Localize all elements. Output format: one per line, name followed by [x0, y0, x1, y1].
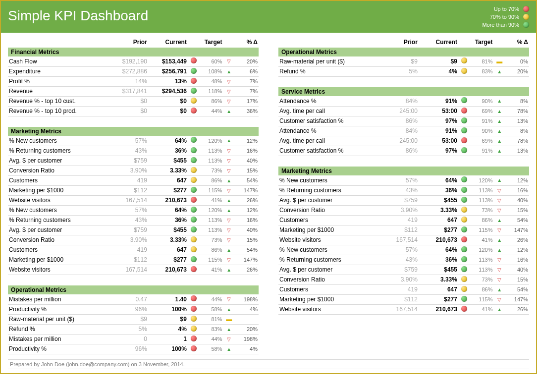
metric-current: 3.33%: [148, 235, 188, 245]
metric-status: [188, 185, 199, 195]
arrow-down-icon: ▽: [227, 148, 231, 154]
metric-delta: 40%: [235, 156, 259, 166]
metric-name: Marketing per $1000: [8, 255, 108, 265]
metric-direction: ▽: [223, 86, 234, 96]
metric-target: 91%: [470, 146, 493, 156]
arrow-down-icon: ▽: [227, 158, 231, 164]
metric-name: Avg. time per call: [278, 136, 379, 146]
status-dot-red-icon: [191, 345, 197, 351]
metric-status: [458, 284, 470, 294]
metric-target: 113%: [470, 255, 493, 265]
metric-direction: ▲: [493, 126, 505, 136]
status-dot-green-icon: [191, 217, 197, 223]
metric-direction: ▽: [493, 205, 505, 215]
metric-direction: ▲: [493, 215, 505, 225]
metric-current: 36%: [419, 185, 458, 195]
metric-target: 120%: [199, 136, 223, 146]
metric-target: 115%: [470, 225, 493, 235]
metric-target: 86%: [470, 284, 493, 294]
metric-name: Conversion Ratio: [278, 275, 379, 284]
metric-direction: ▽: [223, 334, 234, 344]
arrow-up-icon: ▲: [226, 208, 231, 213]
metric-prior: $272,886: [108, 66, 148, 76]
metric-status: [458, 255, 470, 265]
status-dot-green-icon: [461, 256, 467, 262]
metric-name: % New customers: [8, 205, 108, 215]
arrow-up-icon: ▲: [497, 138, 502, 144]
arrow-down-icon: ▽: [227, 89, 231, 94]
metric-name: % Returning customers: [8, 215, 108, 225]
metric-current: 1.40: [148, 294, 188, 304]
metric-delta: 36%: [235, 106, 259, 116]
metric-current: $277: [419, 294, 458, 304]
section-header: Operational Metrics: [8, 285, 259, 294]
metric-status: [458, 116, 470, 126]
metric-direction: ▽: [223, 215, 234, 225]
arrow-up-icon: ▲: [226, 267, 231, 273]
metric-delta: 78%: [505, 106, 529, 116]
metric-current: 3.33%: [419, 275, 458, 284]
metric-name: Website visitors: [8, 265, 108, 275]
metric-status: [188, 86, 199, 96]
status-dot-yellow-icon: [523, 14, 529, 20]
arrow-flat-icon: ▬: [226, 316, 232, 323]
status-dot-green-icon: [191, 147, 197, 153]
metric-prior: 3.90%: [108, 166, 148, 175]
metric-direction: ▲: [223, 195, 234, 205]
legend-row: More than 90%: [482, 21, 529, 29]
metric-current: 36%: [419, 255, 458, 265]
metric-current: 100%: [148, 304, 188, 314]
metric-target: 69%: [470, 136, 493, 146]
col-header: % Δ: [493, 37, 529, 48]
section-header: Service Metrics: [278, 87, 529, 96]
metric-prior: 96%: [108, 304, 148, 314]
metric-current: 647: [148, 245, 188, 255]
section-header: Operational Metrics: [278, 48, 529, 56]
metric-current: 210,673: [419, 235, 458, 245]
metric-name: Customers: [8, 245, 108, 255]
arrow-flat-icon: ▬: [496, 58, 502, 65]
metric-direction: ▲: [493, 66, 505, 76]
metric-name: Marketing per $1000: [278, 225, 379, 235]
table-row: Refund %5%4%83%▲20%: [8, 324, 259, 334]
metric-status: [458, 245, 470, 255]
section-title: Operational Metrics: [8, 285, 259, 294]
metric-direction: ▲: [223, 304, 234, 314]
metric-delta: 12%: [505, 245, 529, 255]
table-row: Attendance %84%91%90%▲8%: [278, 126, 529, 136]
table-row: Marketing per $1000$112$277115%▽147%: [278, 225, 529, 235]
metric-status: [188, 156, 199, 166]
metric-name: Raw-material per unit ($): [8, 314, 108, 324]
metric-name: Raw-material per unit ($): [278, 56, 379, 66]
table-row: Productivity %96%100%58%▲4%: [8, 304, 259, 314]
metric-status: [188, 344, 199, 354]
metric-status: [188, 245, 199, 255]
status-dot-green-icon: [461, 246, 467, 252]
metric-name: Customer satisfaction %: [278, 146, 379, 156]
metric-current: $277: [148, 185, 188, 195]
metric-delta: 7%: [235, 86, 259, 96]
metric-current: $294,536: [148, 86, 188, 96]
table-row: Conversion Ratio3.90%3.33%73%▽15%: [278, 275, 529, 284]
metric-target: 73%: [470, 275, 493, 284]
status-dot-green-icon: [191, 187, 197, 193]
metric-direction: ▬: [493, 56, 505, 66]
metric-status: [188, 324, 199, 334]
status-dot-green-icon: [191, 68, 197, 74]
arrow-up-icon: ▲: [497, 128, 502, 134]
table-row: Cash Flow$192,190$153,44960%▽20%: [8, 56, 259, 66]
metric-direction: ▲: [223, 344, 234, 354]
metric-prior: $112: [108, 255, 148, 265]
metric-current: 53:00: [419, 106, 458, 116]
table-row: % New customers57%64%120%▲12%: [278, 245, 529, 255]
metric-name: Website visitors: [8, 195, 108, 205]
status-dot-yellow-icon: [191, 167, 197, 173]
metric-target: 58%: [199, 304, 223, 314]
metric-name: % New customers: [278, 245, 379, 255]
metric-prior: $112: [379, 225, 419, 235]
metric-current: $153,449: [148, 56, 188, 66]
arrow-up-icon: ▲: [226, 178, 231, 183]
metric-status: [458, 175, 470, 185]
metric-status: [458, 195, 470, 205]
table-row: Customers41964786%▲54%: [8, 245, 259, 255]
